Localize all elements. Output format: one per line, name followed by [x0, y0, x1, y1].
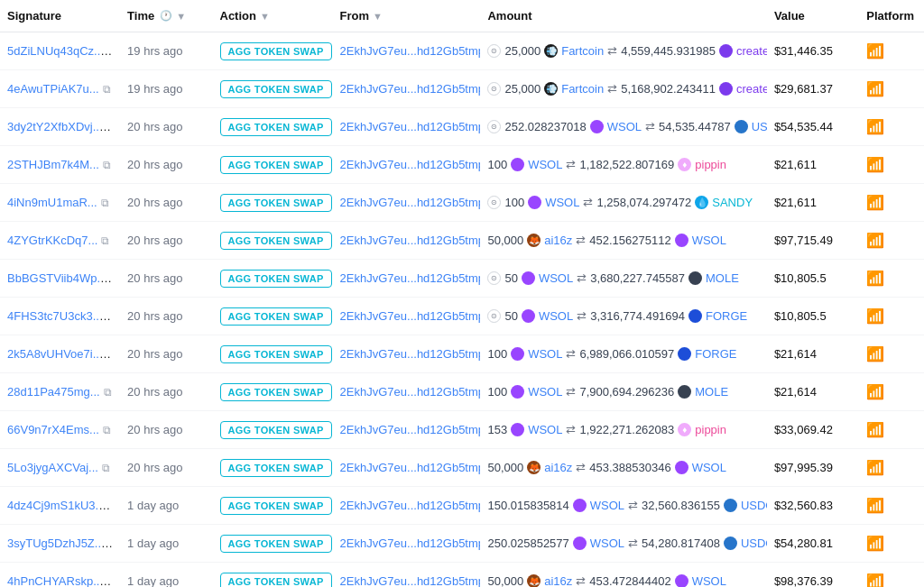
swap-arrows-icon: ⇄: [645, 120, 655, 133]
token-in-link[interactable]: WSOL: [545, 196, 579, 209]
swap-arrows-icon: ⇄: [628, 499, 638, 512]
signature-link[interactable]: BbBGSTViib4Wp...: [7, 271, 112, 285]
action-badge[interactable]: AGG TOKEN SWAP: [220, 421, 332, 439]
from-address-link[interactable]: 2EkhJvG7eu...hd12Gb5tmp: [340, 158, 481, 171]
col-header-amount: Amount: [480, 0, 766, 32]
amount-out: 7,900,694.296236: [579, 385, 674, 399]
from-address-link[interactable]: 2EkhJvG7eu...hd12Gb5tmp: [340, 574, 481, 587]
token-in-link[interactable]: WSOL: [539, 309, 573, 323]
from-address-link[interactable]: 2EkhJvG7eu...hd12Gb5tmp: [340, 537, 481, 550]
token-in-link[interactable]: ai16z: [544, 574, 572, 587]
from-address-link[interactable]: 2EkhJvG7eu...hd12Gb5tmp: [340, 347, 481, 361]
from-address-link[interactable]: 2EkhJvG7eu...hd12Gb5tmp: [340, 271, 481, 285]
action-badge[interactable]: AGG TOKEN SWAP: [220, 270, 332, 288]
token-in-link[interactable]: WSOL: [590, 537, 624, 550]
token-in-link[interactable]: WSOL: [528, 347, 562, 361]
token-out-link[interactable]: FORGE: [695, 347, 736, 361]
token-out-link[interactable]: MOLE: [695, 385, 728, 399]
signature-link[interactable]: 28d11Pa475mg...: [7, 385, 100, 399]
from-address-link[interactable]: 2EkhJvG7eu...hd12Gb5tmp: [340, 196, 481, 209]
signature-link[interactable]: 2k5A8vUHVoe7i...: [7, 347, 111, 361]
signature-link[interactable]: 4ZYGtrKKcDq7...: [7, 234, 97, 247]
token-out-link[interactable]: USDC: [752, 120, 767, 133]
action-badge[interactable]: AGG TOKEN SWAP: [220, 459, 332, 477]
copy-icon[interactable]: ⧉: [102, 462, 110, 474]
token-in-link[interactable]: WSOL: [528, 385, 562, 399]
token-out-link[interactable]: FORGE: [706, 309, 747, 323]
token-out-link[interactable]: WSOL: [692, 574, 726, 587]
action-badge[interactable]: AGG TOKEN SWAP: [220, 42, 332, 60]
signature-link[interactable]: 3dy2tY2XfbXDvj...: [7, 120, 111, 133]
copy-icon[interactable]: ⧉: [103, 424, 111, 436]
token-in-link[interactable]: WSOL: [528, 423, 562, 436]
token-out-link[interactable]: MOLE: [706, 271, 739, 285]
from-address-link[interactable]: 2EkhJvG7eu...hd12Gb5tmp: [340, 461, 481, 474]
action-badge[interactable]: AGG TOKEN SWAP: [220, 118, 332, 136]
token-out-link[interactable]: WSOL: [692, 461, 726, 474]
token-in-link[interactable]: WSOL: [607, 120, 642, 133]
copy-icon[interactable]: ⧉: [104, 386, 112, 399]
from-address-link[interactable]: 2EkhJvG7eu...hd12Gb5tmp: [340, 309, 481, 323]
amount-out: 1,258,074.297472: [596, 196, 691, 209]
from-filter-icon[interactable]: ▼: [373, 11, 383, 22]
token-in-link[interactable]: Fartcoin: [561, 82, 604, 96]
value-cell: $97,715.49: [767, 222, 859, 260]
action-badge[interactable]: AGG TOKEN SWAP: [220, 535, 332, 553]
signature-link[interactable]: 4dz4Cj9mS1kU3...: [7, 499, 110, 512]
copy-icon[interactable]: ⧉: [101, 234, 109, 247]
token-in-link[interactable]: Fartcoin: [561, 44, 604, 58]
token-out-link[interactable]: USDC: [741, 537, 767, 550]
token-in-link[interactable]: WSOL: [539, 271, 573, 285]
action-badge[interactable]: AGG TOKEN SWAP: [220, 232, 332, 250]
signature-link[interactable]: 4iNn9mU1maR...: [7, 196, 97, 209]
table-row: 4ZYGtrKKcDq7...⧉20 hrs agoAGG TOKEN SWAP…: [0, 222, 924, 260]
action-badge[interactable]: AGG TOKEN SWAP: [220, 80, 332, 98]
signature-link[interactable]: 5dZiLNUq43qCz...: [7, 44, 112, 58]
token-out-link[interactable]: create: [736, 44, 767, 58]
platform-icon: 📶: [866, 384, 884, 399]
token-in-link[interactable]: ai16z: [544, 461, 572, 474]
token-out-icon: [724, 499, 737, 512]
swap-arrows-icon: ⇄: [577, 271, 587, 285]
token-out-icon: [678, 385, 691, 399]
action-badge[interactable]: AGG TOKEN SWAP: [220, 194, 332, 212]
action-badge[interactable]: AGG TOKEN SWAP: [220, 383, 332, 401]
token-out-link[interactable]: pippin: [695, 158, 726, 171]
from-address-link[interactable]: 2EkhJvG7eu...hd12Gb5tmp: [340, 82, 481, 96]
from-address-link[interactable]: 2EkhJvG7eu...hd12Gb5tmp: [340, 234, 481, 247]
copy-icon[interactable]: ⧉: [101, 197, 109, 209]
token-out-link[interactable]: USDC: [741, 499, 767, 512]
token-in-link[interactable]: WSOL: [528, 158, 562, 171]
signature-link[interactable]: 66V9n7rX4Ems...: [7, 423, 99, 436]
action-badge[interactable]: AGG TOKEN SWAP: [220, 497, 332, 515]
token-in-link[interactable]: WSOL: [590, 499, 624, 512]
token-out-link[interactable]: SANDY: [712, 196, 753, 209]
swap-arrows-icon: ⇄: [566, 423, 576, 436]
token-out-link[interactable]: pippin: [695, 423, 726, 436]
action-badge[interactable]: AGG TOKEN SWAP: [220, 307, 332, 326]
copy-icon[interactable]: ⧉: [103, 159, 111, 171]
action-filter-icon[interactable]: ▼: [260, 11, 270, 22]
token-out-link[interactable]: WSOL: [692, 234, 726, 247]
signature-link[interactable]: 4eAwuTPiAK7u...: [7, 82, 99, 96]
action-badge[interactable]: AGG TOKEN SWAP: [220, 573, 332, 588]
signature-link[interactable]: 5Lo3jygAXCVaj...: [7, 461, 98, 474]
time-filter-icon[interactable]: ▼: [176, 11, 186, 22]
clock-filter-icon[interactable]: 🕐: [160, 10, 172, 22]
token-in-link[interactable]: ai16z: [544, 234, 572, 247]
token-out-icon: [678, 347, 691, 361]
from-address-link[interactable]: 2EkhJvG7eu...hd12Gb5tmp: [340, 423, 481, 436]
action-badge[interactable]: AGG TOKEN SWAP: [220, 345, 332, 363]
signature-link[interactable]: 4hPnCHYARskp...: [7, 574, 111, 587]
from-address-link[interactable]: 2EkhJvG7eu...hd12Gb5tmp: [340, 499, 481, 512]
signature-link[interactable]: 4FHS3tc7U3ck3...: [7, 309, 111, 323]
from-address-link[interactable]: 2EkhJvG7eu...hd12Gb5tmp: [340, 44, 481, 58]
token-out-link[interactable]: create: [736, 82, 767, 96]
action-badge[interactable]: AGG TOKEN SWAP: [220, 156, 332, 174]
copy-icon[interactable]: ⧉: [103, 83, 111, 96]
token-in-icon: 🦊: [527, 461, 541, 474]
from-address-link[interactable]: 2EkhJvG7eu...hd12Gb5tmp: [340, 120, 481, 133]
signature-link[interactable]: 3syTUg5DzhJ5Z...: [7, 537, 113, 550]
from-address-link[interactable]: 2EkhJvG7eu...hd12Gb5tmp: [340, 385, 481, 399]
signature-link[interactable]: 2STHJBm7k4M...: [7, 158, 99, 171]
